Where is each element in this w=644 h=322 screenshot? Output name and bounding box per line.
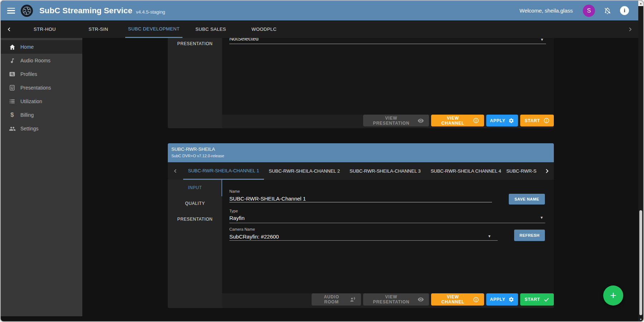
org-tab-woodplc[interactable]: WOODPLC [239,20,289,38]
avatar[interactable]: S [583,5,595,17]
view-presentation-button[interactable]: VIEW PRESENTATION [363,115,429,126]
error-icon [473,297,479,303]
device-card-header: SUBC-RWR-SHEILA SubC DVR+O v7.12.0-relea… [168,143,554,162]
sidebar-item-utilization[interactable]: Utilization [1,95,82,108]
channel-tab-1[interactable]: SUBC-RWR-SHEILA-CHANNEL 1 [183,162,264,180]
button-label: VIEW CHANNEL [436,116,470,126]
chevron-down-icon[interactable]: ▼ [540,38,544,42]
org-tab-str-sin[interactable]: STR-SIN [72,20,125,38]
scrollbar-thumb[interactable] [639,210,642,315]
sidebar-item-label: Utilization [20,98,42,104]
sidebar-item-label: Settings [20,126,39,131]
check-icon [543,297,550,303]
channel-tab-2[interactable]: SUBC-RWR-SHEILA-CHANNEL 2 [264,162,345,180]
voice-person-icon [350,296,356,303]
name-label: Name [229,189,240,193]
add-button[interactable]: + [603,285,623,306]
view-presentation-button[interactable]: VIEW PRESENTATION [363,293,429,306]
chevron-down-icon[interactable]: ▼ [540,216,543,220]
tabs-scroll-left-icon[interactable] [1,20,18,38]
sidebar-item-label: Home [20,44,34,50]
type-select[interactable]: Rayfin [229,215,245,221]
button-label: START [525,297,540,302]
button-label: VIEW PRESENTATION [368,294,414,304]
attachment-note-icon [9,84,16,91]
subc-logo-icon [21,5,33,17]
channel-tab-4[interactable]: SUBC-RWR-SHEILA CHANNEL 4 [425,162,506,180]
eye-icon [418,117,424,124]
button-label: VIEW CHANNEL [436,294,470,304]
camera-name-select[interactable]: SubCRayfin: #22600 [229,234,279,240]
button-label: APPLY [490,118,506,123]
welcome-text: Welcome, sheila.glass [519,8,573,14]
gear-icon [508,297,514,302]
org-tab-subc-sales[interactable]: SUBC SALES [182,20,239,38]
audio-room-button[interactable]: AUDIO ROOM [312,293,361,306]
list-icon [9,98,16,105]
scroll-down-icon[interactable]: ▼ [638,318,643,321]
eye-icon [418,296,424,303]
sidebar-item-billing[interactable]: $ Billing [1,108,82,122]
sidebar-item-label: Presentations [20,85,51,91]
tabs-scroll-right-icon[interactable] [628,20,633,38]
active-subtab-indicator [221,180,222,196]
channel-tabbar: SUBC-RWR-SHEILA-CHANNEL 1 SUBC-RWR-SHEIL… [168,162,554,180]
refresh-button[interactable]: REFRESH [514,230,545,241]
info-icon[interactable]: i [620,6,629,15]
app-header: SubC Streaming Service v4.4.5-staging We… [1,1,638,20]
channel-tabs-scroll-right-icon[interactable] [540,162,554,180]
org-tab-str-hou[interactable]: STR-HOU [18,20,72,38]
scroll-up-icon[interactable]: ▲ [638,1,643,6]
notifications-off-icon[interactable] [604,7,611,15]
sidebar-item-profiles[interactable]: Profiles [1,67,82,81]
side-tab-quality[interactable]: QUALITY [168,196,222,211]
view-channel-button[interactable]: VIEW CHANNEL [431,115,484,126]
start-button[interactable]: START [520,115,554,126]
apply-button[interactable]: APPLY [486,293,518,306]
button-label: START [525,118,540,123]
start-button[interactable]: START [520,293,554,306]
select-underline [229,44,546,44]
error-icon [473,117,479,124]
device-subtitle: SubC DVR+O v7.12.0-release [171,154,550,158]
card2-side-tabs: INPUT QUALITY PRESENTATION [168,180,222,308]
sidebar-item-presentations[interactable]: Presentations [1,81,82,95]
sidebar-item-label: Billing [20,112,34,118]
input-form-panel: Name SAVE NAME Type Rayfin ▼ Camera Name… [222,180,554,293]
card1-panel: NotSelected ▼ [222,38,554,115]
menu-icon[interactable] [7,8,15,14]
sidebar-item-audio-rooms[interactable]: Audio Rooms [1,54,82,67]
side-tab-presentation[interactable]: PRESENTATION [168,211,222,227]
org-tabbar: STR-HOU STR-SIN SUBC DEVELOPMENT SUBC SA… [1,20,638,38]
side-tab-input[interactable]: INPUT [168,180,222,196]
error-icon [543,117,550,124]
apply-button[interactable]: APPLY [486,115,518,126]
org-tab-subc-development[interactable]: SUBC DEVELOPMENT [125,20,182,38]
app-window: SubC Streaming Service v4.4.5-staging We… [0,0,644,322]
sidebar-item-label: Profiles [20,71,37,77]
channel-tab-3[interactable]: SUBC-RWR-SHEILA-CHANNEL 3 [345,162,426,180]
sidebar-item-home[interactable]: Home [1,40,82,54]
button-label: AUDIO ROOM [317,294,346,304]
side-tab-presentation[interactable]: PRESENTATION [168,38,222,49]
channel-tab-5[interactable]: SUBC-RWR-S [506,162,540,180]
pageview-icon [9,71,16,78]
view-channel-button[interactable]: VIEW CHANNEL [431,293,484,306]
device-title: SUBC-RWR-SHEILA [171,146,550,152]
button-label: APPLY [490,297,506,302]
chevron-down-icon[interactable]: ▼ [488,234,491,238]
type-underline [229,223,545,223]
type-label: Type [229,209,238,213]
save-name-button[interactable]: SAVE NAME [509,194,545,205]
gear-icon [508,118,514,124]
home-icon [9,43,16,51]
music-note-icon [9,57,16,64]
channel-tabs-scroll-left-icon[interactable] [168,162,183,180]
sidebar-item-settings[interactable]: Settings [1,122,82,135]
button-label: VIEW PRESENTATION [368,116,414,126]
device-card-top: PRESENTATION NotSelected ▼ VIEW PRESENTA… [168,38,554,128]
name-input[interactable] [229,196,491,202]
presentation-select[interactable]: NotSelected [229,38,259,42]
name-underline [229,202,492,202]
sidebar: Home Audio Rooms Profiles Presentations … [1,38,82,316]
